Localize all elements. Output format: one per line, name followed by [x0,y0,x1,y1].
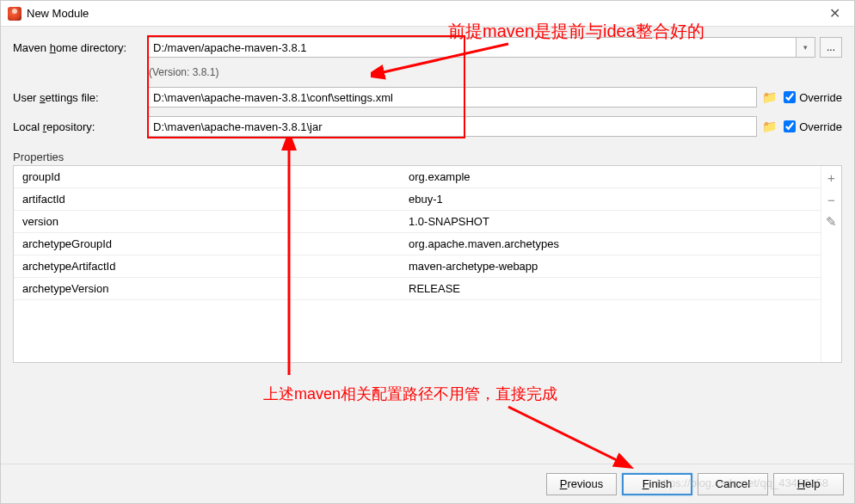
property-value: org.example [405,170,821,183]
user-settings-override-checkbox[interactable] [784,91,796,103]
maven-home-dropdown-icon[interactable]: ▾ [797,37,815,58]
annotation-finish-arrow [500,402,637,470]
property-key: groupId [14,170,405,183]
edit-property-button[interactable]: ✎ [821,211,841,233]
local-repo-input[interactable] [147,116,757,137]
previous-button[interactable]: Previous [546,473,617,495]
maven-home-browse-button[interactable]: ... [820,37,842,58]
maven-home-row: Maven home directory: ▾ ... [13,35,842,59]
override-label-2: Override [799,120,842,133]
table-row[interactable]: version1.0-SNAPSHOT [14,211,821,233]
local-repo-label: Local repository: [13,120,147,133]
button-bar: Previous Finish Cancel Help [1,464,854,503]
user-settings-label: User settings file: [13,91,147,104]
table-row[interactable]: artifactIdebuy-1 [14,188,821,211]
property-value: 1.0-SNAPSHOT [405,215,821,228]
property-value: maven-archetype-webapp [405,260,821,273]
properties-box: groupIdorg.exampleartifactIdebuy-1versio… [13,165,842,363]
property-key: artifactId [14,193,405,206]
table-row[interactable]: archetypeGroupIdorg.apache.maven.archety… [14,233,821,255]
properties-table[interactable]: groupIdorg.exampleartifactIdebuy-1versio… [14,166,821,362]
property-key: archetypeArtifactId [14,260,405,273]
local-repo-folder-icon[interactable]: 📁 [761,116,777,137]
user-settings-override[interactable]: Override [784,91,842,104]
property-key: archetypeGroupId [14,237,405,250]
close-icon[interactable]: ✕ [821,5,847,22]
table-row[interactable]: archetypeVersionRELEASE [14,278,821,300]
user-settings-folder-icon[interactable]: 📁 [761,87,777,108]
cancel-button[interactable]: Cancel [698,473,768,495]
finish-button[interactable]: Finish [622,473,692,495]
table-row[interactable]: groupIdorg.example [14,166,821,188]
local-repo-override[interactable]: Override [784,120,842,133]
maven-home-input[interactable] [147,37,797,58]
property-key: version [14,215,405,228]
form-area: Maven home directory: ▾ ... (Version: 3.… [1,27,854,138]
user-settings-row: User settings file: 📁 Override [13,85,842,109]
user-settings-input[interactable] [147,87,757,108]
maven-version-note: (Version: 3.8.1) [147,65,842,85]
table-row[interactable]: archetypeArtifactIdmaven-archetype-webap… [14,255,821,278]
override-label: Override [799,91,842,104]
properties-sidebar: + − ✎ [821,166,841,362]
local-repo-override-checkbox[interactable] [784,120,796,132]
property-value: ebuy-1 [405,193,821,206]
local-repo-row: Local repository: 📁 Override [13,114,842,138]
remove-property-button[interactable]: − [821,188,841,211]
add-property-button[interactable]: + [821,166,841,188]
property-key: archetypeVersion [14,282,405,295]
property-value: org.apache.maven.archetypes [405,237,821,250]
svg-line-2 [508,407,620,462]
app-icon [8,7,22,21]
help-button[interactable]: Help [773,473,844,495]
maven-home-label: Maven home directory: [13,41,147,54]
properties-label: Properties [1,144,854,165]
property-value: RELEASE [405,282,821,295]
annotation-bottom-text: 上述maven相关配置路径不用管，直接完成 [263,384,557,404]
title-bar: New Module ✕ [1,1,854,27]
dialog-title: New Module [27,7,821,20]
new-module-dialog: New Module ✕ Maven home directory: ▾ ...… [0,0,855,504]
